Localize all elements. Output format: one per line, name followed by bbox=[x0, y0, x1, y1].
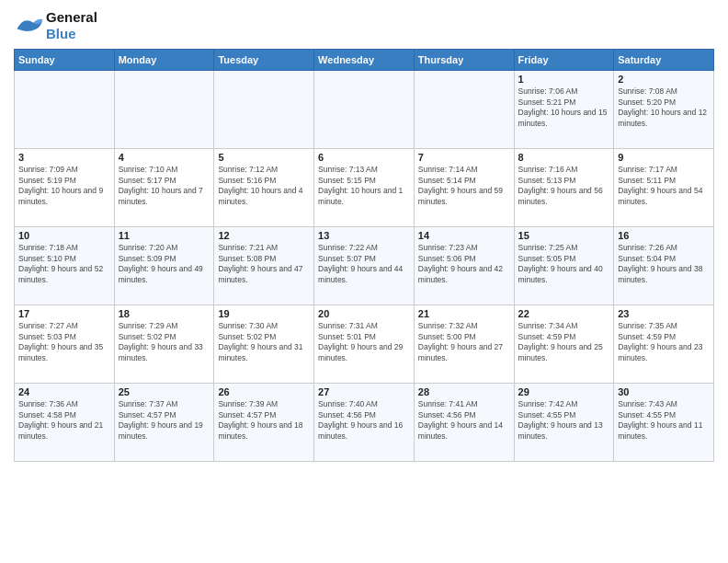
day-number: 2 bbox=[618, 74, 710, 85]
calendar-cell: 3Sunrise: 7:09 AM Sunset: 5:19 PM Daylig… bbox=[15, 149, 115, 227]
day-info: Sunrise: 7:32 AM Sunset: 5:00 PM Dayligh… bbox=[418, 321, 510, 363]
day-info: Sunrise: 7:14 AM Sunset: 5:14 PM Dayligh… bbox=[418, 165, 510, 207]
calendar-cell: 25Sunrise: 7:37 AM Sunset: 4:57 PM Dayli… bbox=[114, 384, 214, 462]
day-info: Sunrise: 7:17 AM Sunset: 5:11 PM Dayligh… bbox=[618, 165, 710, 207]
day-info: Sunrise: 7:42 AM Sunset: 4:55 PM Dayligh… bbox=[518, 399, 610, 442]
day-number: 5 bbox=[218, 152, 310, 163]
calendar-cell: 16Sunrise: 7:26 AM Sunset: 5:04 PM Dayli… bbox=[614, 227, 714, 305]
calendar-cell: 17Sunrise: 7:27 AM Sunset: 5:03 PM Dayli… bbox=[15, 305, 115, 384]
calendar-cell: 28Sunrise: 7:41 AM Sunset: 4:56 PM Dayli… bbox=[414, 384, 514, 462]
day-info: Sunrise: 7:26 AM Sunset: 5:04 PM Dayligh… bbox=[618, 243, 710, 285]
day-info: Sunrise: 7:21 AM Sunset: 5:08 PM Dayligh… bbox=[218, 243, 310, 285]
calendar-header-row: SundayMondayTuesdayWednesdayThursdayFrid… bbox=[15, 50, 714, 71]
calendar-header-monday: Monday bbox=[114, 50, 214, 71]
day-info: Sunrise: 7:09 AM Sunset: 5:19 PM Dayligh… bbox=[18, 165, 110, 207]
day-number: 20 bbox=[318, 308, 410, 319]
day-number: 29 bbox=[518, 386, 610, 397]
day-info: Sunrise: 7:37 AM Sunset: 4:57 PM Dayligh… bbox=[119, 399, 210, 442]
day-info: Sunrise: 7:41 AM Sunset: 4:56 PM Dayligh… bbox=[418, 399, 510, 442]
day-number: 15 bbox=[518, 230, 610, 241]
calendar-cell: 18Sunrise: 7:29 AM Sunset: 5:02 PM Dayli… bbox=[114, 305, 214, 384]
day-number: 28 bbox=[418, 386, 510, 397]
day-info: Sunrise: 7:16 AM Sunset: 5:13 PM Dayligh… bbox=[518, 165, 610, 207]
calendar-header-sunday: Sunday bbox=[15, 50, 115, 71]
calendar-week-2: 3Sunrise: 7:09 AM Sunset: 5:19 PM Daylig… bbox=[15, 149, 714, 227]
day-info: Sunrise: 7:22 AM Sunset: 5:07 PM Dayligh… bbox=[318, 243, 410, 285]
day-number: 3 bbox=[18, 152, 110, 163]
calendar-week-5: 24Sunrise: 7:36 AM Sunset: 4:58 PM Dayli… bbox=[15, 384, 714, 462]
logo-icon bbox=[14, 13, 46, 39]
day-info: Sunrise: 7:34 AM Sunset: 4:59 PM Dayligh… bbox=[518, 321, 610, 363]
day-info: Sunrise: 7:13 AM Sunset: 5:15 PM Dayligh… bbox=[318, 165, 410, 207]
calendar-cell: 10Sunrise: 7:18 AM Sunset: 5:10 PM Dayli… bbox=[15, 227, 115, 305]
calendar-header-saturday: Saturday bbox=[614, 50, 714, 71]
calendar-header-tuesday: Tuesday bbox=[214, 50, 314, 71]
day-number: 10 bbox=[18, 230, 110, 241]
calendar-cell: 24Sunrise: 7:36 AM Sunset: 4:58 PM Dayli… bbox=[15, 384, 115, 462]
calendar-cell: 26Sunrise: 7:39 AM Sunset: 4:57 PM Dayli… bbox=[214, 384, 314, 462]
calendar-week-1: 1Sunrise: 7:06 AM Sunset: 5:21 PM Daylig… bbox=[15, 71, 714, 149]
day-info: Sunrise: 7:35 AM Sunset: 4:59 PM Dayligh… bbox=[618, 321, 710, 363]
calendar-cell bbox=[314, 71, 415, 149]
calendar-header-thursday: Thursday bbox=[414, 50, 514, 71]
day-info: Sunrise: 7:31 AM Sunset: 5:01 PM Dayligh… bbox=[318, 321, 410, 363]
logo-general: General bbox=[46, 9, 97, 25]
day-number: 12 bbox=[218, 230, 310, 241]
day-info: Sunrise: 7:29 AM Sunset: 5:02 PM Dayligh… bbox=[119, 321, 210, 363]
calendar-cell bbox=[114, 71, 214, 149]
calendar-cell: 15Sunrise: 7:25 AM Sunset: 5:05 PM Dayli… bbox=[514, 227, 614, 305]
calendar-cell: 23Sunrise: 7:35 AM Sunset: 4:59 PM Dayli… bbox=[614, 305, 714, 384]
day-number: 24 bbox=[18, 386, 110, 397]
calendar-cell: 29Sunrise: 7:42 AM Sunset: 4:55 PM Dayli… bbox=[514, 384, 614, 462]
logo: General Blue bbox=[14, 9, 97, 41]
calendar-cell: 22Sunrise: 7:34 AM Sunset: 4:59 PM Dayli… bbox=[514, 305, 614, 384]
day-info: Sunrise: 7:20 AM Sunset: 5:09 PM Dayligh… bbox=[119, 243, 210, 285]
day-number: 23 bbox=[618, 308, 710, 319]
day-number: 21 bbox=[418, 308, 510, 319]
calendar-week-4: 17Sunrise: 7:27 AM Sunset: 5:03 PM Dayli… bbox=[15, 305, 714, 384]
calendar-cell: 7Sunrise: 7:14 AM Sunset: 5:14 PM Daylig… bbox=[414, 149, 514, 227]
day-number: 13 bbox=[318, 230, 410, 241]
day-number: 26 bbox=[218, 386, 310, 397]
calendar-table: SundayMondayTuesdayWednesdayThursdayFrid… bbox=[14, 49, 714, 462]
day-number: 22 bbox=[518, 308, 610, 319]
day-number: 9 bbox=[618, 152, 710, 163]
day-number: 8 bbox=[518, 152, 610, 163]
calendar-cell: 1Sunrise: 7:06 AM Sunset: 5:21 PM Daylig… bbox=[514, 71, 614, 149]
day-info: Sunrise: 7:23 AM Sunset: 5:06 PM Dayligh… bbox=[418, 243, 510, 285]
calendar-cell: 2Sunrise: 7:08 AM Sunset: 5:20 PM Daylig… bbox=[614, 71, 714, 149]
day-number: 4 bbox=[119, 152, 210, 163]
day-info: Sunrise: 7:25 AM Sunset: 5:05 PM Dayligh… bbox=[518, 243, 610, 285]
day-number: 14 bbox=[418, 230, 510, 241]
calendar-header-wednesday: Wednesday bbox=[314, 50, 415, 71]
calendar-cell: 6Sunrise: 7:13 AM Sunset: 5:15 PM Daylig… bbox=[314, 149, 415, 227]
calendar-cell bbox=[214, 71, 314, 149]
calendar-cell: 13Sunrise: 7:22 AM Sunset: 5:07 PM Dayli… bbox=[314, 227, 415, 305]
day-number: 1 bbox=[518, 74, 610, 85]
day-number: 6 bbox=[318, 152, 410, 163]
page: General Blue SundayMondayTuesdayWednesda… bbox=[0, 0, 728, 563]
calendar-cell: 21Sunrise: 7:32 AM Sunset: 5:00 PM Dayli… bbox=[414, 305, 514, 384]
day-info: Sunrise: 7:27 AM Sunset: 5:03 PM Dayligh… bbox=[18, 321, 110, 363]
calendar-cell: 4Sunrise: 7:10 AM Sunset: 5:17 PM Daylig… bbox=[114, 149, 214, 227]
day-info: Sunrise: 7:40 AM Sunset: 4:56 PM Dayligh… bbox=[318, 399, 410, 442]
calendar-cell: 5Sunrise: 7:12 AM Sunset: 5:16 PM Daylig… bbox=[214, 149, 314, 227]
calendar-cell: 8Sunrise: 7:16 AM Sunset: 5:13 PM Daylig… bbox=[514, 149, 614, 227]
calendar-cell: 14Sunrise: 7:23 AM Sunset: 5:06 PM Dayli… bbox=[414, 227, 514, 305]
day-info: Sunrise: 7:36 AM Sunset: 4:58 PM Dayligh… bbox=[18, 399, 110, 442]
calendar-cell: 11Sunrise: 7:20 AM Sunset: 5:09 PM Dayli… bbox=[114, 227, 214, 305]
calendar-cell: 12Sunrise: 7:21 AM Sunset: 5:08 PM Dayli… bbox=[214, 227, 314, 305]
day-info: Sunrise: 7:08 AM Sunset: 5:20 PM Dayligh… bbox=[618, 86, 710, 129]
day-info: Sunrise: 7:39 AM Sunset: 4:57 PM Dayligh… bbox=[218, 399, 310, 442]
calendar-cell: 9Sunrise: 7:17 AM Sunset: 5:11 PM Daylig… bbox=[614, 149, 714, 227]
day-number: 27 bbox=[318, 386, 410, 397]
day-number: 30 bbox=[618, 386, 710, 397]
header: General Blue bbox=[14, 9, 714, 41]
calendar-cell bbox=[15, 71, 115, 149]
day-number: 16 bbox=[618, 230, 710, 241]
day-number: 25 bbox=[119, 386, 210, 397]
day-info: Sunrise: 7:30 AM Sunset: 5:02 PM Dayligh… bbox=[218, 321, 310, 363]
day-info: Sunrise: 7:06 AM Sunset: 5:21 PM Dayligh… bbox=[518, 86, 610, 129]
day-info: Sunrise: 7:18 AM Sunset: 5:10 PM Dayligh… bbox=[18, 243, 110, 285]
calendar-cell: 27Sunrise: 7:40 AM Sunset: 4:56 PM Dayli… bbox=[314, 384, 415, 462]
